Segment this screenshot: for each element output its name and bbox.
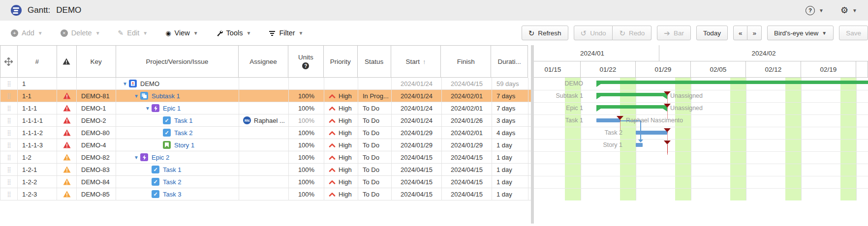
column-header-start[interactable]: Start↑	[391, 46, 441, 77]
row-drag-handle[interactable]: ⣿	[0, 151, 18, 163]
issue-title[interactable]: Epic 2	[152, 154, 169, 161]
scroll-right-button[interactable]: »	[747, 26, 762, 40]
row-drag-handle[interactable]: ⣿	[0, 164, 18, 175]
table-row[interactable]: ⣿1-1-1-1DEMO-2✓Task 1RNRaphael ...100%Hi…	[0, 114, 531, 127]
issue-title[interactable]: Task 2	[163, 178, 182, 186]
row-drag-handle[interactable]: ⣿	[0, 78, 18, 89]
table-row[interactable]: ⣿1-1-1-3DEMO-4Story 1100%HighTo Do2024/0…	[0, 139, 531, 151]
row-drag-handle[interactable]: ⣿	[0, 114, 18, 126]
task-bar[interactable]	[636, 131, 667, 135]
row-warning[interactable]	[57, 102, 77, 114]
add-menu-button[interactable]: +Add▼	[11, 29, 43, 37]
row-drag-handle[interactable]: ⣿	[0, 127, 18, 139]
plus-circle-icon: +	[11, 29, 18, 37]
bar-button[interactable]: ➔ Bar	[657, 26, 691, 40]
column-header-num[interactable]: #	[18, 46, 57, 77]
gear-icon[interactable]: ⚙	[840, 6, 848, 15]
row-warning[interactable]	[57, 188, 77, 200]
column-header-finish[interactable]: Finish	[441, 46, 491, 77]
issue-title[interactable]: Task 1	[174, 117, 193, 124]
delete-menu-button[interactable]: ×Delete▼	[61, 29, 100, 37]
help-caret-icon[interactable]: ▼	[819, 8, 824, 13]
today-button[interactable]: Today	[696, 26, 728, 40]
row-warning[interactable]	[57, 90, 77, 102]
issue-title[interactable]: Epic 1	[163, 105, 181, 112]
row-drag-handle[interactable]: ⣿	[0, 90, 18, 102]
tree-expand-caret-icon[interactable]: ▼	[144, 106, 152, 111]
table-row[interactable]: ⣿1-2-1DEMO-83✓Task 1100%HighTo Do2024/04…	[0, 164, 531, 176]
column-header-units[interactable]: Units?	[288, 46, 324, 77]
issue-title[interactable]: Subtask 1	[152, 92, 180, 100]
deadline-marker-icon	[664, 128, 671, 132]
issue-cell: ▼Subtask 1	[116, 90, 239, 102]
row-drag-handle[interactable]: ⣿	[0, 102, 18, 114]
row-drag-handle[interactable]: ⣿	[0, 139, 18, 151]
row-drag-handle[interactable]: ⣿	[0, 188, 18, 200]
summary-bar[interactable]	[596, 93, 667, 100]
arrow-right-icon: ➔	[664, 29, 670, 37]
units-cell	[289, 78, 324, 89]
save-button[interactable]: Save	[839, 26, 868, 40]
column-header-status[interactable]: Status	[358, 46, 391, 77]
issue-title[interactable]: Task 2	[174, 129, 193, 137]
issue-cell: ✓Task 1	[116, 164, 239, 175]
table-row[interactable]: ⣿1-2-3DEMO-85✓Task 3100%HighTo Do2024/04…	[0, 188, 531, 200]
help-badge-icon[interactable]: ?	[302, 62, 309, 69]
summary-bar[interactable]	[596, 81, 868, 87]
column-header-key[interactable]: Key	[77, 46, 116, 77]
scroll-left-button[interactable]: «	[733, 26, 748, 40]
issue-title[interactable]: Task 3	[163, 191, 182, 198]
edit-menu-button[interactable]: ✎Edit▼	[118, 29, 148, 37]
filter-menu-button[interactable]: Filter▼	[269, 29, 303, 37]
tools-menu-button[interactable]: Tools▼	[216, 29, 251, 37]
gear-caret-icon[interactable]: ▼	[852, 8, 857, 13]
row-drag-handle[interactable]: ⣿	[0, 176, 18, 188]
row-warning[interactable]	[57, 164, 77, 175]
undo-button[interactable]: ↺ Undo	[574, 26, 613, 40]
status-cell: To Do	[358, 127, 392, 139]
help-icon[interactable]: ?	[806, 6, 815, 15]
units-cell: 100%	[289, 151, 324, 163]
refresh-button[interactable]: ↻ Refresh	[522, 26, 568, 40]
row-number: 1-2-1	[18, 164, 57, 175]
row-warning[interactable]	[57, 151, 77, 163]
issue-title[interactable]: Story 1	[174, 141, 194, 149]
table-row[interactable]: ⣿1-2DEMO-82▼Epic 2100%HighTo Do2024/04/1…	[0, 151, 531, 164]
assignee-cell	[239, 102, 289, 114]
row-gridline	[534, 127, 868, 127]
table-row[interactable]: ⣿1-2-2DEMO-84✓Task 2100%HighTo Do2024/04…	[0, 176, 531, 188]
column-header-drag[interactable]	[0, 46, 18, 77]
row-warning[interactable]	[57, 139, 77, 151]
redo-button[interactable]: ↻ Redo	[613, 26, 651, 40]
gantt-app: Gantt:DEMO ? ▼ ⚙ ▼ +Add▼×Delete▼✎Edit▼◉V…	[0, 0, 868, 226]
table-row[interactable]: ⣿1-1-1DEMO-1▼Epic 1100%HighTo Do2024/01/…	[0, 102, 531, 114]
issue-title[interactable]: DEMO	[140, 80, 159, 87]
view-mode-dropdown[interactable]: Bird's-eye view ▼	[767, 26, 834, 40]
issue-cell: ✓Task 2	[116, 127, 239, 139]
avatar: RN	[243, 116, 251, 124]
tree-expand-caret-icon[interactable]: ▼	[132, 155, 140, 160]
row-warning[interactable]	[57, 114, 77, 126]
drag-dots-icon: ⣿	[7, 191, 10, 198]
table-row[interactable]: ⣿1-1DEMO-81▼Subtask 1100%HighIn Prog...2…	[0, 90, 531, 102]
column-header-assignee[interactable]: Assignee	[239, 46, 288, 77]
issue-title[interactable]: Task 1	[163, 166, 182, 173]
summary-bar[interactable]	[596, 105, 667, 112]
row-warning[interactable]	[57, 127, 77, 139]
tree-expand-caret-icon[interactable]: ▼	[132, 93, 140, 99]
view-menu-button[interactable]: ◉View▼	[165, 29, 198, 37]
table-row[interactable]: ⣿1-1-1-2DEMO-80✓Task 2100%HighTo Do2024/…	[0, 127, 531, 139]
column-header-label: Key	[90, 58, 101, 65]
drag-dots-icon: ⣿	[7, 167, 10, 173]
column-header-priority[interactable]: Priority	[324, 46, 358, 77]
priority-cell: High	[324, 151, 358, 163]
task-bar[interactable]	[636, 143, 643, 147]
tree-expand-caret-icon[interactable]: ▼	[121, 81, 129, 86]
column-header-duration[interactable]: Durati...	[491, 46, 527, 77]
row-gridline	[534, 176, 868, 176]
row-number: 1-2-3	[18, 188, 57, 200]
table-row[interactable]: ⣿1▼DEMO2024/01/242024/04/1559 days	[0, 78, 531, 90]
column-header-warn[interactable]	[57, 46, 77, 77]
column-header-issue[interactable]: Project/Version/Issue	[116, 46, 239, 77]
row-warning[interactable]	[57, 176, 77, 188]
